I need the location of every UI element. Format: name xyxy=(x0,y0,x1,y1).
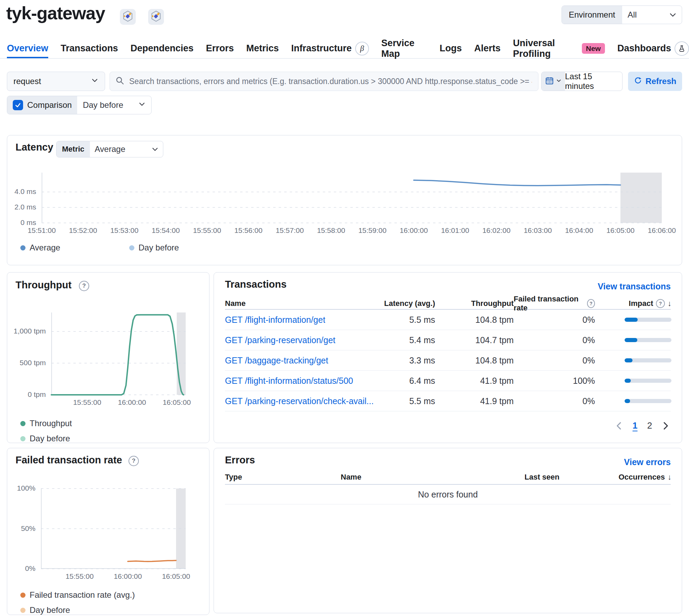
errors-table-header: Type Name Last seen Occurrences ↓ xyxy=(225,470,671,485)
transaction-name-link-text[interactable]: GET /baggage-tracking/get xyxy=(225,356,328,366)
chevron-down-icon xyxy=(669,6,682,24)
search-bar xyxy=(110,72,538,91)
transaction-name-link[interactable]: GET /baggage-tracking/get xyxy=(225,356,377,366)
failed-transaction-rate-panel: Failed transaction rate ? 0%50%100%15:55… xyxy=(7,448,209,615)
throughput-value: 104.7 tpm xyxy=(435,335,514,345)
errors-empty-message: No errors found xyxy=(225,485,671,504)
search-input[interactable] xyxy=(128,76,533,86)
view-transactions-link[interactable]: View transactions xyxy=(598,281,671,291)
tab-logs[interactable]: Logs xyxy=(440,41,462,58)
refresh-button[interactable]: Refresh xyxy=(628,72,682,91)
legend-dot-icon xyxy=(129,245,134,250)
transaction-name-link[interactable]: GET /parking-reservation/check-avail... xyxy=(225,396,377,406)
column-header-impact[interactable]: Impact ? ↓ xyxy=(595,299,671,308)
column-header-name[interactable]: Name xyxy=(225,299,377,308)
comparison-checkbox[interactable] xyxy=(13,100,23,110)
column-header-latency[interactable]: Latency (avg.) xyxy=(377,299,435,308)
legend-label: Day before xyxy=(138,243,179,253)
tab-errors[interactable]: Errors xyxy=(206,41,234,58)
throughput-value-text: 41.9 tpm xyxy=(480,376,514,386)
latency-legend: AverageDay before xyxy=(20,243,179,253)
tab-alerts[interactable]: Alerts xyxy=(474,41,501,58)
previous-page-icon[interactable] xyxy=(615,421,623,430)
tab-overview[interactable]: Overview xyxy=(7,41,48,58)
latency-value-text: 5.4 ms xyxy=(409,335,435,345)
environment-value: All xyxy=(622,6,669,24)
search-scope-select[interactable]: request xyxy=(7,72,105,91)
tab-dashboards[interactable]: Dashboards xyxy=(617,41,689,58)
transaction-name-link[interactable]: GET /parking-reservation/get xyxy=(225,335,377,345)
throughput-chart[interactable]: 0 tpm500 tpm1,000 tpm15:55:0016:00:0016:… xyxy=(51,312,186,395)
new-badge: New xyxy=(582,43,605,54)
tab-service-map[interactable]: Service Map xyxy=(381,41,427,58)
transactions-panel: Transactions View transactions Name Late… xyxy=(214,272,682,443)
help-icon: ? xyxy=(656,299,665,308)
legend-item[interactable]: Average xyxy=(20,243,60,253)
legend-item[interactable]: Day before xyxy=(20,605,135,615)
impact-bar xyxy=(625,318,671,322)
transaction-name-link[interactable]: GET /flight-information/status/500 xyxy=(225,376,377,386)
throughput-value-text: 104.8 tpm xyxy=(475,356,514,366)
apm-service-overview: tyk-gateway xyxy=(0,0,689,616)
y-axis-tick: 0 tpm xyxy=(1,390,46,399)
errors-panel: Errors View errors Type Name Last seen O… xyxy=(214,448,682,613)
legend-label: Average xyxy=(30,243,60,253)
transactions-title: Transactions xyxy=(225,279,287,290)
tab-transactions[interactable]: Transactions xyxy=(61,41,118,58)
legend-item[interactable]: Day before xyxy=(129,243,179,253)
failed-rate-value: 0% xyxy=(514,356,595,366)
time-range-value[interactable]: Last 15 minutes xyxy=(565,72,622,91)
transaction-name-link-text[interactable]: GET /parking-reservation/get xyxy=(225,335,336,345)
transaction-name-link[interactable]: GET /flight-information/get xyxy=(225,315,377,325)
tab-dependencies[interactable]: Dependencies xyxy=(131,41,194,58)
column-header-name[interactable]: Name xyxy=(341,473,491,482)
tab-infrastructure[interactable]: Infrastructureβ xyxy=(291,41,369,58)
latency-chart[interactable]: 0 ms2.0 ms4.0 ms15:51:0015:52:0015:53:00… xyxy=(42,173,662,223)
impact-bar-fill xyxy=(625,358,633,362)
column-header-last-seen[interactable]: Last seen xyxy=(491,473,559,482)
column-header-throughput[interactable]: Throughput xyxy=(435,299,514,308)
tab-metrics[interactable]: Metrics xyxy=(246,41,279,58)
legend-dot-icon xyxy=(20,421,25,426)
column-header-failed-rate[interactable]: Failed transaction rate ? xyxy=(514,295,595,312)
help-icon[interactable]: ? xyxy=(79,281,89,291)
latency-metric-select[interactable]: Metric Average xyxy=(56,141,163,157)
throughput-value: 41.9 tpm xyxy=(435,376,514,386)
tab-universal-profiling[interactable]: Universal ProfilingNew xyxy=(513,41,605,58)
impact-bar-fill xyxy=(625,318,638,322)
impact-cell xyxy=(595,338,671,342)
tab-label: Transactions xyxy=(61,43,118,54)
service-nav-tabs: OverviewTransactionsDependenciesErrorsMe… xyxy=(0,41,689,59)
impact-bar xyxy=(625,399,671,403)
refresh-label: Refresh xyxy=(646,76,676,86)
y-axis-tick: 50% xyxy=(0,524,35,533)
pagination: 12 xyxy=(615,420,669,431)
transaction-name-link-text[interactable]: GET /flight-information/status/500 xyxy=(225,376,353,386)
comparison-select[interactable]: Day before xyxy=(77,96,151,114)
opentelemetry-badge-button-2[interactable] xyxy=(148,9,164,25)
page-1-button[interactable]: 1 xyxy=(633,420,637,431)
throughput-value-text: 41.9 tpm xyxy=(480,396,514,406)
next-page-icon[interactable] xyxy=(662,421,669,430)
latency-value-text: 5.5 ms xyxy=(409,396,435,406)
view-errors-link[interactable]: View errors xyxy=(624,457,671,467)
legend-item[interactable]: Failed transaction rate (avg.) xyxy=(20,590,135,600)
comparison-toggle[interactable]: Comparison xyxy=(7,96,77,114)
failed-transaction-rate-chart[interactable]: 0%50%100%15:55:0016:00:0016:05:00 xyxy=(41,489,186,569)
transaction-name-link-text[interactable]: GET /flight-information/get xyxy=(225,315,325,325)
impact-bar xyxy=(625,338,671,342)
help-icon[interactable]: ? xyxy=(128,456,139,466)
environment-select[interactable]: Environment All xyxy=(562,6,682,24)
transactions-table: Name Latency (avg.) Throughput Failed tr… xyxy=(225,295,671,411)
legend-item[interactable]: Throughput xyxy=(20,419,72,428)
column-header-type[interactable]: Type xyxy=(225,473,341,482)
time-range-picker[interactable]: Last 15 minutes xyxy=(541,72,623,91)
latency-value: 5.5 ms xyxy=(377,315,435,325)
opentelemetry-badge-button[interactable] xyxy=(120,9,136,25)
date-picker-toggle[interactable] xyxy=(542,72,565,91)
transaction-name-link-text[interactable]: GET /parking-reservation/check-avail... xyxy=(225,396,374,406)
column-header-occurrences[interactable]: Occurrences ↓ xyxy=(559,473,671,482)
column-header-impact-label: Impact xyxy=(629,299,653,308)
legend-item[interactable]: Day before xyxy=(20,434,72,443)
page-2-button[interactable]: 2 xyxy=(647,420,652,431)
